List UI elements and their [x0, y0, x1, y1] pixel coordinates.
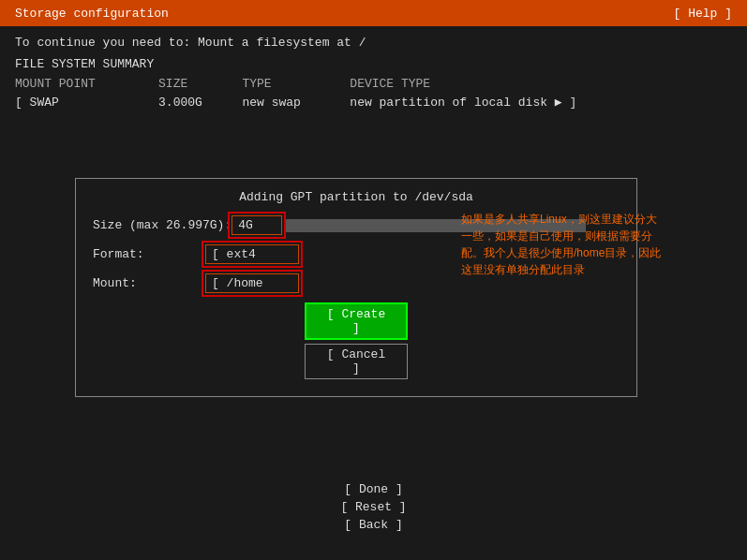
- section-header: FILE SYSTEM SUMMARY: [15, 57, 732, 71]
- col-type: TYPE: [242, 75, 350, 93]
- size-field-box[interactable]: [232, 215, 282, 235]
- cell-device-type: new partition of local disk ▶ ]: [350, 93, 732, 111]
- create-button[interactable]: [ Create ]: [305, 302, 408, 340]
- mount-field-box[interactable]: [ /home: [205, 273, 299, 293]
- reset-button[interactable]: [ Reset ]: [318, 500, 430, 514]
- size-input[interactable]: [238, 218, 276, 232]
- titlebar: Storage configuration [ Help ]: [0, 0, 747, 26]
- instruction-text: To continue you need to: Mount a filesys…: [15, 36, 732, 50]
- cell-type: new swap: [242, 93, 350, 111]
- help-button[interactable]: [ Help ]: [674, 7, 732, 21]
- annotation-text: 如果是多人共享Linux，则这里建议分大一些，如果是自己使用，则根据需要分配。我…: [461, 211, 667, 278]
- cancel-button[interactable]: [ Cancel ]: [305, 344, 408, 379]
- mount-label: Mount:: [93, 276, 205, 290]
- table-row: [ SWAP 3.000G new swap new partition of …: [15, 93, 732, 111]
- dialog-buttons: [ Create ] [ Cancel ]: [93, 302, 620, 383]
- format-label: Format:: [93, 247, 205, 261]
- app-title: Storage configuration: [15, 7, 169, 21]
- col-size: SIZE: [158, 75, 242, 93]
- cell-mount-point: [ SWAP: [15, 93, 158, 111]
- col-mount-point: MOUNT POINT: [15, 75, 158, 93]
- done-button[interactable]: [ Done ]: [318, 482, 430, 496]
- cell-size: 3.000G: [158, 93, 242, 111]
- size-label: Size (max 26.997G):: [93, 218, 232, 232]
- main-content: To continue you need to: Mount a filesys…: [0, 26, 747, 121]
- format-field-box[interactable]: [ ext4: [205, 244, 299, 264]
- col-device-type: DEVICE TYPE: [350, 75, 732, 93]
- mount-value: [ /home: [212, 276, 263, 290]
- fs-table: MOUNT POINT SIZE TYPE DEVICE TYPE [ SWAP…: [15, 75, 732, 111]
- back-button[interactable]: [ Back ]: [318, 518, 430, 532]
- format-value: [ ext4: [212, 247, 256, 261]
- bottom-buttons: [ Done ] [ Reset ] [ Back ]: [0, 482, 747, 532]
- dialog-title: Adding GPT partition to /dev/sda: [93, 190, 620, 204]
